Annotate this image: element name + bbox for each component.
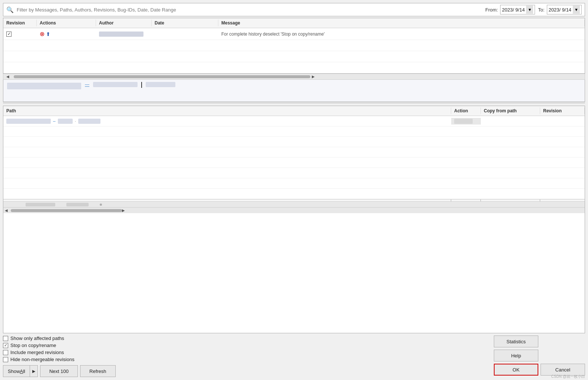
row-message-cell: For complete history deselect 'Stop on c… <box>218 31 585 37</box>
show-only-affected-label: Show only affected paths <box>10 336 64 341</box>
col-path-revision-label: Revision <box>543 108 562 113</box>
include-merged-checkbox[interactable]: Include merged revisions <box>3 350 489 355</box>
col-date: Date <box>152 20 218 26</box>
error-icon: ⊗ <box>40 30 44 37</box>
col-path-revision: Revision <box>540 108 585 114</box>
watermark: CSDN @就一枚小白 <box>551 374 585 379</box>
stop-on-copy-checkbox[interactable]: ✓ Stop on copy/rename <box>3 343 489 348</box>
next-100-button[interactable]: Next 100 <box>40 365 78 377</box>
bottom-area: Show only affected paths ✓ Stop on copy/… <box>3 336 585 377</box>
path-bottom-bar[interactable] <box>3 201 585 207</box>
detail-blur-extra <box>146 82 175 87</box>
from-date-field: 2023/ 9/14 ▼ <box>500 5 535 14</box>
detail-blur-right <box>93 82 138 87</box>
copy-path-cell <box>481 120 540 122</box>
hide-non-mergeable-checkbox[interactable]: Hide non-mergeable revisions <box>3 357 489 362</box>
upload-icon: ⬆ <box>46 31 50 37</box>
path-row-1[interactable]: – · <box>3 116 585 126</box>
row-checkbox[interactable]: ✓ <box>6 32 11 37</box>
divider <box>3 102 585 103</box>
include-merged-cb-box[interactable] <box>3 350 8 355</box>
path-dot: · <box>75 119 76 124</box>
to-date-value: 2023/ 9/14 <box>549 7 571 13</box>
path-table-section: Path Action Copy from path Revision – · <box>3 106 585 333</box>
show-all-button[interactable]: Show All ▶ <box>3 365 38 377</box>
col-author-label: Author <box>99 20 113 26</box>
search-icon: 🔍 <box>6 6 14 13</box>
help-button[interactable]: Help <box>494 350 538 361</box>
table-row-empty-2 <box>3 51 585 62</box>
bottom-blur-1 <box>26 203 55 206</box>
to-date-section: To: 2023/ 9/14 ▼ <box>538 5 582 14</box>
revision-hscrollbar[interactable]: ◀ ▶ <box>3 74 585 80</box>
message-text: For complete history deselect 'Stop on c… <box>221 32 325 37</box>
bottom-action-row: Show All ▶ Next 100 Refresh <box>3 365 489 377</box>
path-revision-cell <box>540 120 585 122</box>
statistics-button[interactable]: Statistics <box>494 336 538 347</box>
col-copy-from-path-label: Copy from path <box>484 108 517 113</box>
path-blur-3 <box>78 119 100 124</box>
path-row-empty-1 <box>3 126 585 137</box>
path-cell: – · <box>3 118 451 125</box>
col-path: Path <box>3 108 451 114</box>
hscroll-thumb[interactable] <box>14 75 310 78</box>
from-date-section: From: 2023/ 9/14 ▼ <box>485 5 535 14</box>
from-date-picker-button[interactable]: ▼ <box>526 6 533 14</box>
col-revision-label: Revision <box>6 20 25 26</box>
hscroll-right-arrow[interactable]: ▶ <box>310 75 316 79</box>
path-separator: – <box>53 119 56 124</box>
table-row-empty-1 <box>3 40 585 51</box>
stop-on-copy-cb-box[interactable]: ✓ <box>3 343 8 348</box>
detail-link[interactable]: — <box>85 82 89 87</box>
revision-table-header: Revision Actions Author Date Message <box>3 18 585 28</box>
revision-table-section: Revision Actions Author Date Message ✓ ⊗… <box>3 18 585 74</box>
table-row-empty-3 <box>3 62 585 73</box>
from-date-value: 2023/ 9/14 <box>502 7 525 13</box>
stop-on-copy-label: Stop on copy/rename <box>10 343 56 348</box>
filter-input[interactable] <box>17 7 482 13</box>
path-row-empty-7 <box>3 189 585 199</box>
hscroll-left-arrow[interactable]: ◀ <box>5 75 11 79</box>
hide-non-mergeable-label: Hide non-mergeable revisions <box>10 357 75 362</box>
show-all-dropdown-arrow[interactable]: ▶ <box>30 366 37 377</box>
main-container: 🔍 From: 2023/ 9/14 ▼ To: 2023/ 9/14 ▼ Re… <box>0 0 588 380</box>
path-hscroll-thumb[interactable] <box>11 209 122 212</box>
to-date-field: 2023/ 9/14 ▼ <box>547 5 582 14</box>
path-hscroll-right-arrow[interactable]: ▶ <box>122 208 125 212</box>
row-author-cell <box>96 31 152 37</box>
detail-section: — <box>3 80 585 102</box>
row-actions-cell: ⊗ ⬆ <box>37 30 96 38</box>
action-cell <box>451 118 481 125</box>
action-blur <box>454 119 473 124</box>
refresh-button[interactable]: Refresh <box>80 365 116 377</box>
col-date-label: Date <box>155 20 164 26</box>
col-copy-from-path: Copy from path <box>481 108 540 114</box>
ok-button[interactable]: OK <box>494 364 538 376</box>
bottom-dot <box>100 204 102 206</box>
show-only-affected-checkbox[interactable]: Show only affected paths <box>3 336 489 341</box>
hide-non-mergeable-cb-box[interactable] <box>3 357 8 362</box>
stop-on-copy-checkmark: ✓ <box>4 343 7 348</box>
filter-bar: 🔍 From: 2023/ 9/14 ▼ To: 2023/ 9/14 ▼ <box>3 3 585 16</box>
path-row-empty-5 <box>3 168 585 178</box>
col-action-label: Action <box>454 108 468 113</box>
from-label: From: <box>485 7 498 13</box>
path-table-header: Path Action Copy from path Revision <box>3 106 585 116</box>
path-row-empty-4 <box>3 158 585 168</box>
col-path-label: Path <box>6 108 16 113</box>
bottom-left: Show only affected paths ✓ Stop on copy/… <box>3 336 489 377</box>
table-row[interactable]: ✓ ⊗ ⬆ For complete history deselect 'Sto… <box>3 28 585 40</box>
col-author: Author <box>96 20 152 26</box>
path-hscrollbar[interactable]: ◀ ▶ <box>3 207 585 213</box>
to-label: To: <box>538 7 544 13</box>
row-date-cell <box>152 33 218 35</box>
include-merged-label: Include merged revisions <box>10 350 64 355</box>
bottom-blur-2 <box>66 203 89 206</box>
row-revision-cell: ✓ <box>3 31 37 37</box>
col-action: Action <box>451 108 481 114</box>
path-hscroll-left-arrow[interactable]: ◀ <box>5 208 8 212</box>
col-message: Message <box>218 20 585 26</box>
path-blur-1 <box>6 119 51 124</box>
to-date-picker-button[interactable]: ▼ <box>573 6 580 14</box>
show-only-affected-cb-box[interactable] <box>3 336 8 341</box>
